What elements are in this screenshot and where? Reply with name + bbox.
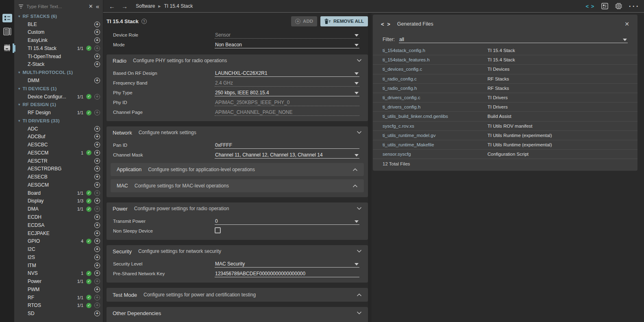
sidebar-tree-header[interactable]: ▾ TI DEVICES (1): [14, 85, 103, 93]
add-module-icon[interactable]: +: [94, 78, 100, 83]
generated-file-name[interactable]: sensor.syscfg: [383, 152, 487, 157]
generated-file-name[interactable]: ti_utils_runtime_model.gv: [383, 133, 487, 138]
sidebar-tree-item[interactable]: I2C ✓ +: [14, 245, 103, 253]
field-value[interactable]: 0xFFFF: [215, 141, 359, 149]
sidebar-tree-item[interactable]: Display 1/3 ✓ +: [14, 197, 103, 205]
section-header[interactable]: Security Configure settings for network …: [107, 245, 368, 257]
section-header[interactable]: Other Dependencies: [107, 307, 368, 319]
module-filter-input[interactable]: [26, 4, 86, 9]
sidebar-tree-item[interactable]: EasyLink ✓ +: [14, 36, 103, 44]
add-module-icon[interactable]: +: [94, 29, 100, 35]
sidebar-tree-item[interactable]: Z-Stack ✓ +: [14, 61, 103, 69]
main-scrollbar[interactable]: [368, 13, 372, 322]
generated-file-name[interactable]: ti_drivers_config.h: [383, 104, 487, 109]
sidebar-tree-item[interactable]: Device Configur... 1/1 ✓ +: [14, 93, 103, 101]
sidebar-tree-item[interactable]: DMM ✓ +: [14, 76, 103, 85]
generated-file-name[interactable]: syscfg_c.rov.xs: [383, 124, 487, 128]
field-value[interactable]: LAUNCHXL-CC26X2R1: [215, 70, 359, 77]
add-module-icon[interactable]: +: [94, 231, 100, 236]
checkbox-icon[interactable]: [215, 227, 221, 233]
add-module-icon[interactable]: +: [94, 238, 100, 244]
add-module-icon[interactable]: +: [94, 134, 100, 139]
sidebar-tree-item[interactable]: I2S ✓ +: [14, 253, 103, 261]
sidebar-tree-item[interactable]: BLE ✓ +: [14, 20, 103, 28]
code-files-icon[interactable]: < >: [381, 21, 391, 27]
add-module-icon[interactable]: +: [94, 222, 100, 228]
sidebar-tree-header[interactable]: ▾ RF DESIGN (1): [14, 100, 103, 109]
sidebar-tree-header[interactable]: ▾ TI DRIVERS (33): [14, 117, 103, 125]
sidebar-tree-item[interactable]: TI 15.4 Stack 1/1 ✓ +: [14, 44, 103, 52]
field-value[interactable]: 123456789ABCDEF00000000000000000: [215, 270, 359, 277]
forward-icon[interactable]: →: [122, 3, 128, 9]
add-module-icon[interactable]: +: [94, 287, 100, 292]
field-value[interactable]: MAC Security: [215, 260, 359, 268]
sidebar-tree-item[interactable]: ECDSA ✓ +: [14, 221, 103, 229]
sidebar-tree-item[interactable]: ITM ✓ +: [14, 261, 103, 270]
sidebar-tree-item[interactable]: PWM ✓ +: [14, 285, 103, 294]
generated-file-name[interactable]: ti_devices_config.c: [383, 67, 487, 72]
section-header[interactable]: Power Configure power settings for radio…: [107, 202, 368, 215]
panels-view-icon[interactable]: [0, 14, 14, 22]
sidebar-tree-item[interactable]: AESCCM 1 ✓ +: [14, 149, 103, 157]
clear-filter-icon[interactable]: ✕: [89, 4, 93, 9]
sidebar-tree-item[interactable]: Board 1/1 ✓ +: [14, 189, 103, 197]
sidebar-tree-item[interactable]: Power 1/1 ✓ +: [14, 277, 103, 285]
breadcrumb-section[interactable]: Software: [136, 3, 155, 9]
sidebar-tree-item[interactable]: AESCBC ✓ +: [14, 141, 103, 149]
add-button[interactable]: + ADD: [291, 16, 317, 26]
add-module-icon[interactable]: +: [94, 22, 100, 27]
field-value[interactable]: APIMAC_CHANNEL_PAGE_NONE: [215, 109, 359, 116]
sidebar-tree-item[interactable]: AESGCM ✓ +: [14, 181, 103, 189]
device-view-icon[interactable]: [615, 3, 622, 9]
section-header[interactable]: Network Configure network settings: [107, 126, 368, 139]
subsection-header[interactable]: Application Configure settings for appli…: [111, 163, 364, 176]
calculator-view-icon[interactable]: [0, 28, 14, 35]
add-module-icon[interactable]: +: [94, 182, 100, 188]
sidebar-tree-item[interactable]: AESCTR ✓ +: [14, 157, 103, 165]
generated-file-name[interactable]: ti_154stack_config.h: [383, 48, 487, 53]
sidebar-tree-item[interactable]: ECDH ✓ +: [14, 213, 103, 221]
sidebar-tree-item[interactable]: Custom ✓ +: [14, 28, 103, 37]
checkbox-field[interactable]: [215, 227, 221, 235]
add-module-icon[interactable]: +: [94, 150, 100, 156]
add-module-icon[interactable]: +: [94, 158, 100, 164]
add-module-icon[interactable]: +: [94, 61, 100, 67]
sidebar-tree-item[interactable]: RF Design 1/1 ✓ +: [14, 109, 103, 117]
sidebar-tree-item[interactable]: SD ✓ +: [14, 309, 103, 318]
add-module-icon[interactable]: +: [94, 142, 100, 148]
sidebar-tree-item[interactable]: NVS 1 ✓ +: [14, 270, 103, 278]
add-module-icon[interactable]: +: [94, 37, 100, 43]
field-value[interactable]: 0: [215, 218, 359, 225]
field-value[interactable]: Non Beacon: [215, 41, 359, 48]
add-module-icon[interactable]: +: [94, 126, 100, 132]
sidebar-tree-item[interactable]: GPIO 4 ✓ +: [14, 237, 103, 245]
add-module-icon[interactable]: +: [94, 255, 100, 260]
add-module-icon[interactable]: +: [94, 54, 100, 59]
sidebar-tree-item[interactable]: RTOS 1/1 ✓ +: [14, 302, 103, 310]
generated-file-name[interactable]: ti_utils_runtime_Makefile: [383, 142, 487, 147]
field-value[interactable]: Sensor: [215, 31, 359, 39]
files-filter-select[interactable]: all: [399, 36, 628, 43]
sidebar-tree-item[interactable]: ADC ✓ +: [14, 125, 103, 133]
sidebar-tree-item[interactable]: ECJPAKE ✓ +: [14, 229, 103, 237]
sidebar-tree-item[interactable]: TI-OpenThread ✓ +: [14, 52, 103, 61]
add-module-icon[interactable]: +: [94, 263, 100, 268]
add-module-icon[interactable]: +: [94, 166, 100, 172]
sidebar-tree-item[interactable]: AESECB ✓ +: [14, 173, 103, 181]
sidebar-tree-header[interactable]: ▾ RF STACKS (6): [14, 12, 103, 20]
field-value[interactable]: APIMAC_250KBPS_IEEE_PHY_0: [215, 99, 359, 106]
help-icon[interactable]: ?: [141, 19, 147, 24]
remove-all-button[interactable]: REMOVE ALL: [320, 16, 368, 26]
sidebar-tree-item[interactable]: DMA 1/1 ✓ +: [14, 205, 103, 213]
back-icon[interactable]: ←: [109, 3, 115, 9]
add-module-icon[interactable]: +: [94, 198, 100, 204]
sidebar-tree-item[interactable]: AESCTRDRBG ✓ +: [14, 165, 103, 173]
collapse-sidebar-icon[interactable]: «: [96, 3, 99, 9]
subsection-header[interactable]: MAC Configure settings for MAC-level ope…: [111, 179, 364, 192]
field-value[interactable]: Channel 11, Channel 12, Channel 13, Chan…: [215, 151, 359, 159]
add-module-icon[interactable]: +: [94, 214, 100, 220]
field-value[interactable]: 2.4 GHz: [215, 79, 359, 87]
generated-file-name[interactable]: ti_utils_build_linker.cmd.genlibs: [383, 114, 487, 119]
add-module-icon[interactable]: +: [94, 270, 100, 276]
section-header[interactable]: Radio Configure PHY settings for radio o…: [107, 54, 368, 67]
